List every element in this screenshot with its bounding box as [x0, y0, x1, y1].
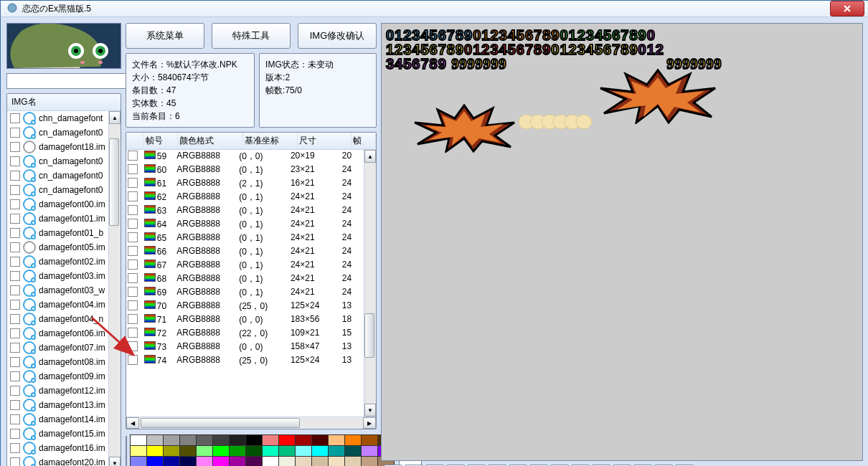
- color-swatch[interactable]: [229, 456, 246, 466]
- color-swatch[interactable]: [328, 456, 345, 466]
- table-row[interactable]: 67ARGB8888(0，1)24×2124: [126, 259, 364, 272]
- color-swatch[interactable]: [262, 456, 279, 466]
- color-swatch[interactable]: [262, 445, 279, 457]
- list-item[interactable]: damagefont04.im: [7, 298, 108, 312]
- color-swatch[interactable]: [146, 456, 164, 466]
- color-swatch[interactable]: [278, 445, 296, 457]
- list-item[interactable]: damagefont06.im: [7, 326, 108, 341]
- list-item[interactable]: damagefont18.im: [7, 140, 108, 154]
- list-item[interactable]: damagefont13.im: [7, 398, 108, 412]
- color-swatch[interactable]: [344, 445, 362, 457]
- color-swatch[interactable]: [212, 445, 230, 457]
- search-input[interactable]: [6, 73, 135, 89]
- color-swatch[interactable]: [179, 434, 197, 446]
- list-item[interactable]: damagefont16.im: [7, 441, 108, 455]
- table-row[interactable]: 74ARGB8888(25，0)125×2413: [126, 354, 364, 368]
- col-w[interactable]: 帧: [352, 133, 376, 149]
- list-item[interactable]: cn_damagefont0: [7, 125, 108, 140]
- color-swatch[interactable]: [344, 434, 362, 446]
- color-swatch[interactable]: [163, 445, 180, 457]
- color-swatch[interactable]: [245, 445, 263, 457]
- confirm-button[interactable]: IMG修改确认: [298, 23, 377, 49]
- special-tools-button[interactable]: 特殊工具: [212, 23, 291, 49]
- color-swatch[interactable]: [212, 456, 230, 466]
- table-row[interactable]: 73ARGB8888(0，0)158×4713: [126, 341, 364, 354]
- table-row[interactable]: 59ARGB8888(0，0)20×1920: [126, 150, 364, 163]
- list-item[interactable]: damagefont03.im: [7, 269, 108, 283]
- color-swatch[interactable]: [278, 456, 296, 466]
- color-swatch[interactable]: [361, 456, 378, 466]
- color-swatch[interactable]: [295, 445, 312, 457]
- color-swatch[interactable]: [196, 445, 213, 457]
- table-row[interactable]: 64ARGB8888(0，1)24×2124: [126, 218, 364, 232]
- table-row[interactable]: 62ARGB8888(0，1)24×2124: [126, 191, 364, 204]
- color-swatch[interactable]: [130, 434, 147, 446]
- color-swatch[interactable]: [146, 434, 164, 446]
- table-hscroll[interactable]: ◀ ▶: [126, 417, 376, 429]
- img-list[interactable]: chn_damagefontcn_damagefont0damagefont18…: [7, 111, 108, 466]
- list-item[interactable]: damagefont15.im: [7, 427, 108, 441]
- color-swatch[interactable]: [295, 456, 312, 466]
- color-swatch[interactable]: [163, 434, 180, 446]
- list-item[interactable]: cn_damagefont0: [7, 154, 108, 168]
- list-item[interactable]: damagefont01.im: [7, 211, 108, 226]
- color-swatch[interactable]: [361, 445, 378, 457]
- list-item[interactable]: cn_damagefont0: [7, 183, 108, 197]
- table-row[interactable]: 60ARGB8888(0，1)23×2124: [126, 163, 364, 177]
- list-item[interactable]: damagefont09.im: [7, 369, 108, 384]
- table-row[interactable]: 61ARGB8888(2，1)16×2124: [126, 177, 364, 191]
- list-item[interactable]: damagefont20.im: [7, 455, 108, 466]
- color-swatch[interactable]: [328, 434, 345, 446]
- table-vscroll[interactable]: ▲ ▼: [364, 150, 376, 417]
- list-item[interactable]: chn_damagefont: [7, 111, 108, 125]
- list-item[interactable]: damagefont05.im: [7, 240, 108, 255]
- col-size[interactable]: 尺寸: [298, 133, 352, 149]
- close-button[interactable]: [830, 1, 864, 16]
- scroll-down-icon[interactable]: ▼: [109, 457, 121, 466]
- list-item[interactable]: damagefont00.im: [7, 197, 108, 211]
- vscrollbar[interactable]: ▲ ▼: [108, 111, 121, 466]
- color-swatch[interactable]: [179, 456, 197, 466]
- col-base[interactable]: 基准坐标: [243, 133, 297, 149]
- list-item[interactable]: damagefont04_n: [7, 312, 108, 326]
- color-swatch[interactable]: [229, 445, 246, 457]
- list-item[interactable]: damagefont14.im: [7, 412, 108, 427]
- color-swatch[interactable]: [295, 434, 312, 446]
- table-row[interactable]: 70ARGB8888(25，0)125×2413: [126, 300, 364, 313]
- color-swatch[interactable]: [311, 434, 329, 446]
- table-row[interactable]: 63ARGB8888(0，1)24×2124: [126, 204, 364, 218]
- color-swatch[interactable]: [212, 434, 230, 446]
- color-swatch[interactable]: [179, 445, 197, 457]
- color-swatch[interactable]: [262, 434, 279, 446]
- color-swatch[interactable]: [245, 434, 263, 446]
- color-swatch[interactable]: [163, 456, 180, 466]
- list-item[interactable]: damagefont07.im: [7, 341, 108, 355]
- color-swatch[interactable]: [229, 434, 246, 446]
- color-swatch[interactable]: [130, 445, 147, 457]
- color-swatch[interactable]: [245, 456, 263, 466]
- color-swatch[interactable]: [278, 434, 296, 446]
- system-menu-button[interactable]: 系统菜单: [126, 23, 204, 49]
- scroll-up-icon[interactable]: ▲: [109, 111, 121, 124]
- color-swatch[interactable]: [328, 445, 345, 457]
- color-swatch[interactable]: [311, 445, 329, 457]
- list-item[interactable]: damagefont01_b: [7, 226, 108, 240]
- list-item[interactable]: cn_damagefont0: [7, 168, 108, 183]
- list-item[interactable]: damagefont03_w: [7, 283, 108, 298]
- table-row[interactable]: 65ARGB8888(0，1)24×2124: [126, 232, 364, 245]
- table-row[interactable]: 71ARGB8888(0，0)183×5618: [126, 313, 364, 327]
- color-swatch[interactable]: [196, 434, 213, 446]
- list-item[interactable]: damagefont12.im: [7, 384, 108, 398]
- table-row[interactable]: 72ARGB8888(22，0)109×2115: [126, 327, 364, 341]
- color-swatch[interactable]: [146, 445, 164, 457]
- preview-canvas[interactable]: 0123456789012345678901234567890 12345678…: [381, 23, 863, 461]
- color-swatch[interactable]: [196, 456, 213, 466]
- color-swatch[interactable]: [361, 434, 378, 446]
- table-row[interactable]: 66ARGB8888(0，1)24×2124: [126, 245, 364, 259]
- list-item[interactable]: damagefont02.im: [7, 255, 108, 269]
- color-palette[interactable]: [130, 434, 393, 466]
- color-swatch[interactable]: [344, 456, 362, 466]
- list-item[interactable]: damagefont08.im: [7, 355, 108, 369]
- color-swatch[interactable]: [130, 456, 147, 466]
- col-format[interactable]: 颜色格式: [178, 133, 243, 149]
